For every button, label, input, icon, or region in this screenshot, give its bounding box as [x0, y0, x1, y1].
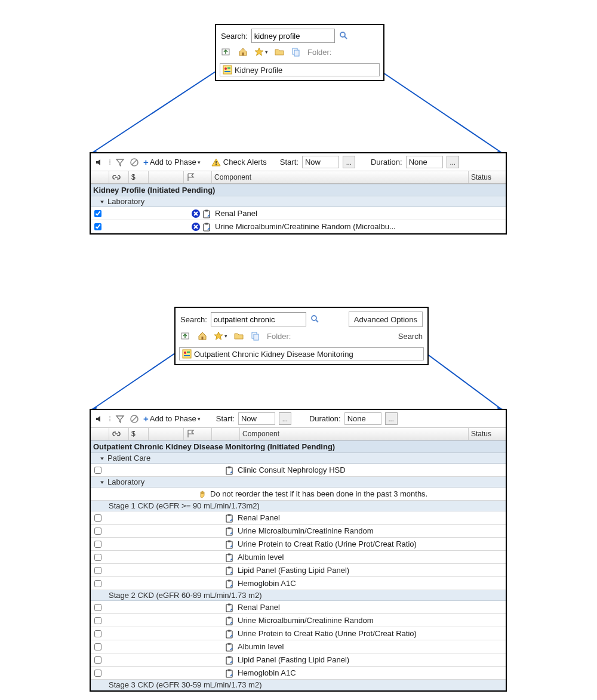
advanced-options-button[interactable]: Advanced Options: [349, 312, 423, 327]
clipboard-icon: [224, 616, 234, 625]
row-checkbox[interactable]: [94, 210, 101, 217]
note-row: Do not reorder the test if it has been d…: [91, 488, 506, 501]
search-panel-2: Search: Advanced Options ▾ Folder: Searc…: [174, 307, 429, 365]
profile-icon: [223, 65, 232, 75]
order-row: Renal Panel: [91, 601, 506, 614]
svg-line-17: [93, 70, 217, 152]
copy-icon[interactable]: [291, 47, 301, 57]
start-value[interactable]: Now: [302, 156, 339, 168]
row-checkbox[interactable]: [94, 580, 101, 587]
search-result[interactable]: Kidney Profile: [220, 63, 380, 76]
filter-icon[interactable]: [115, 157, 125, 168]
expand-icon: [99, 199, 105, 205]
start-picker-button[interactable]: ...: [279, 412, 291, 425]
component-text: Urine Microalbumin/Creatinine Random (Mi…: [214, 222, 473, 231]
up-icon[interactable]: [180, 331, 191, 341]
plan-title: Outpatient Chronic Kidney Disease Monito…: [91, 440, 506, 453]
clipboard-icon: [224, 513, 234, 523]
hand-icon: [198, 489, 208, 499]
col-status: Status: [469, 428, 506, 440]
delete-icon[interactable]: [191, 222, 201, 232]
row-checkbox[interactable]: [94, 604, 101, 611]
search-icon[interactable]: [310, 314, 321, 325]
clipboard-icon: [224, 553, 234, 562]
duration-value[interactable]: None: [344, 412, 381, 425]
add-to-phase-button[interactable]: +Add to Phase▾: [143, 414, 201, 424]
search-input[interactable]: [251, 29, 335, 43]
row-checkbox[interactable]: [94, 567, 101, 574]
component-text: Lipid Panel (Fasting Lipid Panel): [236, 566, 473, 575]
clipboard-icon: [224, 539, 234, 549]
col-status: Status: [469, 171, 506, 183]
order-row: Hemoglobin A1C: [91, 577, 506, 590]
folder-label: Folder:: [267, 332, 291, 341]
favorites-dropdown[interactable]: ▾: [214, 331, 227, 341]
duration-picker-button[interactable]: ...: [447, 156, 459, 168]
home-icon[interactable]: [238, 47, 248, 57]
start-picker-button[interactable]: ...: [343, 156, 355, 168]
flag-icon: [186, 429, 196, 439]
check-alerts-button[interactable]: Check Alerts: [211, 158, 267, 167]
row-checkbox[interactable]: [94, 643, 101, 650]
expand-icon: [99, 455, 105, 461]
speaker-icon[interactable]: [94, 414, 105, 424]
order-row: Urine Microalbumin/Creatinine Random: [91, 525, 506, 538]
link-icon: [112, 429, 121, 439]
search-input[interactable]: [211, 312, 306, 326]
duration-label: Duration:: [371, 158, 402, 166]
speaker-icon[interactable]: [94, 157, 105, 168]
clipboard-icon: [224, 655, 234, 665]
group-row[interactable]: Patient Care: [91, 453, 506, 464]
group-laboratory[interactable]: Laboratory: [91, 196, 506, 207]
clipboard-icon: [224, 642, 234, 652]
component-text: Hemoglobin A1C: [236, 668, 473, 677]
row-checkbox[interactable]: [94, 223, 101, 230]
search-result[interactable]: Outpatient Chronic Kidney Disease Monito…: [179, 347, 424, 360]
home-icon[interactable]: [197, 331, 208, 341]
expand-icon: [99, 479, 105, 485]
row-checkbox[interactable]: [94, 541, 101, 548]
row-checkbox[interactable]: [94, 528, 101, 535]
clipboard-icon: [224, 668, 234, 678]
row-checkbox[interactable]: [94, 670, 101, 677]
row-checkbox[interactable]: [94, 554, 101, 561]
up-icon[interactable]: [221, 47, 232, 57]
duration-picker-button[interactable]: ...: [385, 412, 398, 425]
search-icon[interactable]: [338, 30, 349, 41]
cancel-icon[interactable]: [129, 157, 140, 168]
order-row: Urine Microalbumin/Creatinine Random: [91, 614, 506, 627]
cancel-icon[interactable]: [129, 414, 140, 424]
component-text: Urine Protein to Creat Ratio (Urine Prot…: [236, 539, 473, 548]
stage-label: Stage 3 CKD (eGFR 30-59 mL/min/1.73 m2): [91, 680, 506, 690]
start-value[interactable]: Now: [238, 412, 275, 425]
group-row[interactable]: Laboratory: [91, 477, 506, 488]
folder-icon[interactable]: [233, 331, 244, 341]
clipboard-icon: [224, 566, 234, 575]
order-row: Albumin level: [91, 640, 506, 653]
folder-icon[interactable]: [274, 47, 285, 57]
folder-label: Folder:: [307, 48, 331, 57]
row-checkbox[interactable]: [94, 617, 101, 624]
component-text: Albumin level: [236, 553, 473, 562]
search-panel-1: Search: ▾ Folder: Kidney Profile: [215, 24, 384, 81]
row-checkbox[interactable]: [94, 514, 101, 522]
filter-icon[interactable]: [115, 414, 125, 424]
component-text: Urine Microalbumin/Creatinine Random: [236, 616, 473, 625]
result-text: Outpatient Chronic Kidney Disease Monito…: [194, 350, 353, 359]
row-checkbox[interactable]: [94, 630, 101, 637]
add-to-phase-button[interactable]: +Add to Phase▾: [143, 157, 201, 167]
component-text: Clinic Consult Nephrology HSD: [236, 465, 473, 474]
component-text: Urine Microalbumin/Creatinine Random: [236, 526, 473, 535]
order-row: Albumin level: [91, 551, 506, 564]
duration-label: Duration:: [309, 414, 341, 423]
row-checkbox[interactable]: [94, 656, 101, 664]
delete-icon[interactable]: [191, 209, 201, 218]
col-component: Component: [212, 171, 469, 183]
favorites-dropdown[interactable]: ▾: [254, 47, 268, 57]
duration-value[interactable]: None: [406, 156, 443, 168]
row-checkbox[interactable]: [94, 467, 101, 474]
copy-icon[interactable]: [250, 331, 261, 341]
clipboard-icon: [224, 603, 234, 612]
clipboard-icon: [202, 209, 211, 218]
order-row: Renal Panel: [91, 511, 506, 525]
